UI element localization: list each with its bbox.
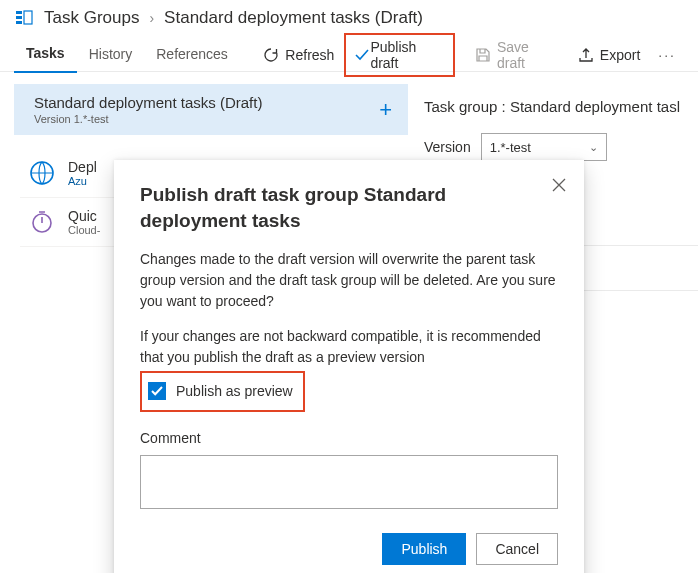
- taskgroup-version: Version 1.*-test: [34, 113, 262, 125]
- task-name: Quic: [68, 208, 100, 224]
- version-select[interactable]: 1.*-test ⌄: [481, 133, 607, 161]
- svg-rect-1: [16, 16, 22, 19]
- svg-rect-0: [16, 11, 22, 14]
- dialog-text-2: If your changes are not backward compati…: [140, 326, 558, 368]
- chevron-down-icon: ⌄: [589, 141, 598, 154]
- svg-rect-2: [16, 21, 22, 24]
- publish-draft-label: Publish draft: [370, 39, 445, 71]
- task-subtitle: Cloud-: [68, 224, 100, 236]
- details-title: Task group : Standard deployment tasl: [424, 98, 698, 115]
- publish-preview-checkbox[interactable]: Publish as preview: [140, 371, 305, 412]
- refresh-icon: [263, 47, 279, 63]
- tab-tasks[interactable]: Tasks: [14, 37, 77, 73]
- export-button[interactable]: Export: [568, 43, 650, 67]
- publish-draft-button[interactable]: Publish draft: [344, 33, 455, 77]
- globe-icon: [28, 159, 56, 187]
- tab-history[interactable]: History: [77, 38, 145, 72]
- export-label: Export: [600, 47, 640, 63]
- checkbox-icon: [148, 382, 166, 400]
- save-icon: [475, 47, 491, 63]
- toolbar: Tasks History References Refresh Publish…: [0, 32, 698, 72]
- timer-icon: [28, 208, 56, 236]
- svg-rect-3: [24, 11, 32, 24]
- add-task-button[interactable]: +: [379, 97, 396, 123]
- taskgroup-header[interactable]: Standard deployment tasks (Draft) Versio…: [14, 84, 408, 135]
- cancel-button[interactable]: Cancel: [476, 533, 558, 565]
- save-draft-button: Save draft: [465, 35, 568, 75]
- save-draft-label: Save draft: [497, 39, 558, 71]
- comment-label: Comment: [140, 428, 558, 449]
- task-subtitle: Azu: [68, 175, 97, 187]
- breadcrumb: Task Groups › Standard deployment tasks …: [0, 0, 698, 32]
- version-value: 1.*-test: [490, 140, 531, 155]
- task-name: Depl: [68, 159, 97, 175]
- close-icon: [552, 178, 566, 192]
- export-icon: [578, 47, 594, 63]
- tab-references[interactable]: References: [144, 38, 240, 72]
- close-button[interactable]: [552, 178, 566, 196]
- taskgroups-icon: [14, 8, 34, 28]
- breadcrumb-root[interactable]: Task Groups: [44, 8, 139, 28]
- more-button[interactable]: ···: [650, 41, 684, 69]
- dialog-text-1: Changes made to the draft version will o…: [140, 249, 558, 312]
- publish-dialog: Publish draft task group Standard deploy…: [114, 160, 584, 573]
- version-label: Version: [424, 139, 471, 155]
- dialog-title: Publish draft task group Standard deploy…: [140, 182, 528, 233]
- checkbox-label: Publish as preview: [176, 381, 293, 402]
- check-icon: [354, 47, 370, 63]
- publish-button[interactable]: Publish: [382, 533, 466, 565]
- refresh-button[interactable]: Refresh: [253, 43, 344, 67]
- chevron-right-icon: ›: [149, 10, 154, 26]
- taskgroup-name: Standard deployment tasks (Draft): [34, 94, 262, 111]
- comment-input[interactable]: [140, 455, 558, 509]
- breadcrumb-current: Standard deployment tasks (Draft): [164, 8, 423, 28]
- refresh-label: Refresh: [285, 47, 334, 63]
